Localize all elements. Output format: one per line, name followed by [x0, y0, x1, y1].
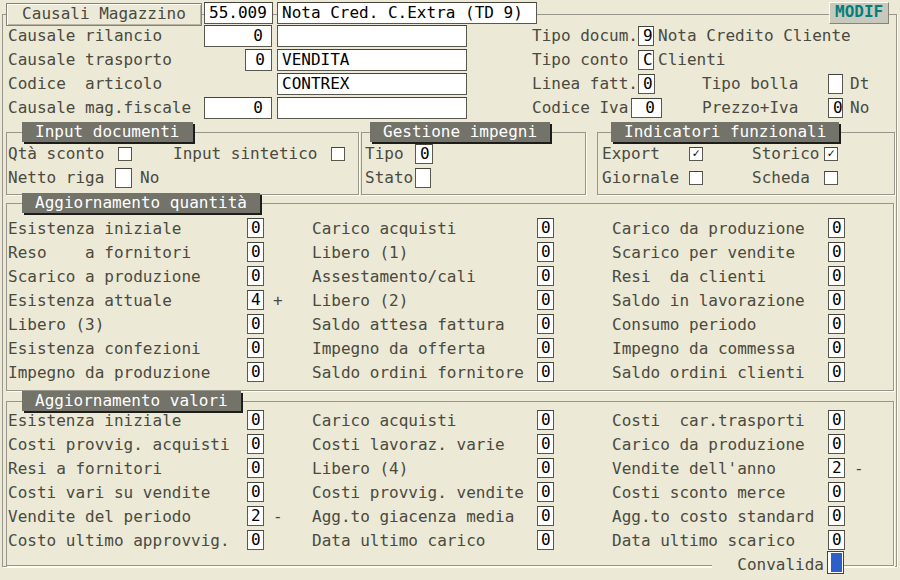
value-input[interactable]: 0: [247, 410, 264, 430]
value-input[interactable]: 0: [828, 314, 845, 334]
value-input[interactable]: 0: [828, 362, 845, 382]
value-input[interactable]: 0: [537, 530, 554, 550]
causale-description-input[interactable]: Nota Cred. C.Extra (TD 9): [277, 2, 537, 24]
grid-row: Reso a fornitori 0: [8, 240, 283, 264]
causale-code-input[interactable]: 55.009: [204, 2, 273, 24]
causali-magazzino-window: Causali Magazzino 55.009 Nota Cred. C.Ex…: [0, 0, 900, 580]
tipo-impegno-input[interactable]: 0: [415, 144, 433, 164]
stato-impegno-input[interactable]: [415, 168, 431, 188]
causale-rilancio-input[interactable]: 0: [204, 25, 272, 47]
field-label: Costi vari su vendite: [8, 483, 247, 502]
field-label: Saldo ordini fornitore: [312, 363, 537, 382]
value-input[interactable]: 0: [828, 410, 845, 430]
value-input[interactable]: 0: [537, 290, 554, 310]
value-input[interactable]: 0: [247, 434, 264, 454]
storico-checkbox[interactable]: ✓: [824, 147, 838, 161]
value-input[interactable]: 0: [247, 266, 264, 286]
field-label: Esistenza attuale: [8, 291, 247, 310]
field-label: Esistenza iniziale: [8, 411, 247, 430]
value-input[interactable]: 0: [828, 218, 845, 238]
prezzo-iva-input[interactable]: 0: [828, 98, 843, 118]
field-label: Resi a fornitori: [8, 459, 247, 478]
field-label: Carico da produzione: [612, 219, 828, 238]
causale-trasporto-input[interactable]: 0: [245, 49, 272, 71]
convalida-input[interactable]: [827, 551, 844, 574]
value-input[interactable]: 0: [537, 242, 554, 262]
value-input[interactable]: 0: [828, 242, 845, 262]
value-input[interactable]: 0: [537, 458, 554, 478]
causale-mag-fiscale-desc-input[interactable]: [277, 97, 467, 119]
grid-row: Vendite del periodo 2 -: [8, 504, 283, 528]
tipo-conto-input[interactable]: C: [638, 50, 654, 70]
netto-riga-input[interactable]: [115, 168, 132, 188]
grid-row: Scarico per vendite 0: [612, 240, 854, 264]
codice-articolo-input[interactable]: CONTREX: [277, 73, 467, 95]
value-input[interactable]: 0: [247, 242, 264, 262]
causale-mag-fiscale-input[interactable]: 0: [204, 97, 272, 119]
netto-riga-label: Netto riga: [8, 166, 104, 190]
field-label: Libero (3): [8, 315, 247, 334]
field-label: Vendite del periodo: [8, 507, 247, 526]
value-input[interactable]: 0: [828, 290, 845, 310]
value-input[interactable]: 0: [537, 482, 554, 502]
window-title-button[interactable]: Causali Magazzino: [6, 3, 202, 26]
field-label: Esistenza iniziale: [8, 219, 247, 238]
grid-row: Costi car.trasporti 0: [612, 408, 864, 432]
grid-row: Esistenza iniziale 0: [8, 408, 283, 432]
giornale-checkbox[interactable]: [689, 171, 703, 185]
grid-row: Impegno da commessa 0: [612, 336, 854, 360]
value-input[interactable]: 0: [828, 482, 845, 502]
field-label: Causale mag.fiscale: [8, 96, 191, 120]
value-input[interactable]: 0: [247, 530, 264, 550]
value-input[interactable]: 0: [247, 458, 264, 478]
scheda-checkbox[interactable]: [824, 171, 838, 185]
linea-fatt-input[interactable]: 0: [638, 74, 655, 94]
value-input[interactable]: 0: [537, 314, 554, 334]
value-input[interactable]: 0: [828, 530, 845, 550]
storico-label: Storico: [752, 142, 819, 166]
value-input[interactable]: 0: [537, 410, 554, 430]
value-input[interactable]: 0: [247, 218, 264, 238]
tipo-bolla-input[interactable]: [828, 74, 843, 94]
codice-iva-input[interactable]: 0: [631, 98, 662, 118]
grid-row: Carico acquisti 0: [312, 408, 563, 432]
value-input[interactable]: 0: [247, 362, 264, 382]
quantita-col-1: Esistenza iniziale 0 Reso a fornitori 0 …: [8, 216, 283, 384]
export-checkbox[interactable]: ✓: [689, 147, 703, 161]
causale-trasporto-desc-input[interactable]: VENDITA: [277, 49, 467, 71]
tipo-docum-input[interactable]: 9: [638, 26, 654, 46]
grid-row: Saldo in lavorazione 0: [612, 288, 854, 312]
value-input[interactable]: 0: [247, 482, 264, 502]
value-input[interactable]: 0: [537, 338, 554, 358]
value-input[interactable]: 0: [828, 266, 845, 286]
input-sintetico-checkbox[interactable]: [331, 147, 345, 161]
value-input[interactable]: 0: [537, 362, 554, 382]
grid-row: Esistenza attuale 4 +: [8, 288, 283, 312]
causale-rilancio-desc-input[interactable]: [277, 25, 467, 47]
value-input[interactable]: 2: [247, 506, 264, 526]
field-label: Linea fatt.: [532, 72, 638, 96]
qta-sconto-checkbox[interactable]: [118, 147, 132, 161]
grid-row: Carico acquisti 0: [312, 216, 563, 240]
grid-row: Saldo ordini clienti 0: [612, 360, 854, 384]
value-input[interactable]: 2: [828, 458, 845, 478]
value-input[interactable]: 0: [247, 314, 264, 334]
grid-row: Libero (1) 0: [312, 240, 563, 264]
grid-row: Libero (3) 0: [8, 312, 283, 336]
qta-sconto-label: Qtà sconto: [8, 142, 104, 166]
value-input[interactable]: 0: [828, 506, 845, 526]
value-input[interactable]: 0: [537, 218, 554, 238]
value-input[interactable]: 0: [247, 338, 264, 358]
value-input[interactable]: 4: [247, 290, 264, 310]
value-input[interactable]: 0: [537, 266, 554, 286]
grid-row: Costi lavoraz. varie 0: [312, 432, 563, 456]
value-input[interactable]: 0: [537, 506, 554, 526]
field-label: Prezzo+Iva: [702, 96, 798, 120]
value-input[interactable]: 0: [828, 434, 845, 454]
grid-row: Libero (2) 0: [312, 288, 563, 312]
value-input[interactable]: 0: [537, 434, 554, 454]
mode-badge: MODIF: [829, 2, 889, 24]
row-codice-iva: Codice Iva 0 Prezzo+Iva 0 No: [532, 96, 900, 120]
value-input[interactable]: 0: [828, 338, 845, 358]
field-label: Costi lavoraz. varie: [312, 435, 537, 454]
